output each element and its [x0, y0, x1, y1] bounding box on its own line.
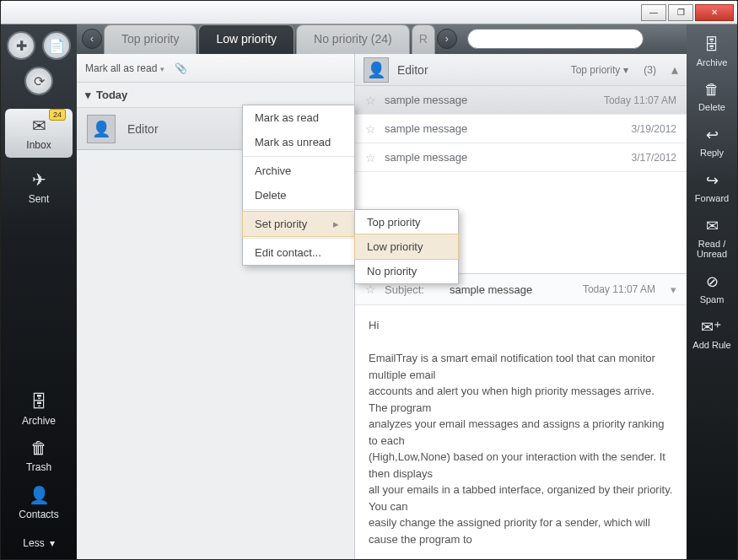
action-read-unread[interactable]: ✉Read / Unread	[687, 217, 737, 259]
nav-contacts[interactable]: 👤 Contacts	[5, 485, 73, 520]
menu-mark-read[interactable]: Mark as read	[243, 105, 354, 130]
nav-sent-label: Sent	[29, 193, 50, 205]
message-date: 3/19/2012	[632, 123, 676, 135]
star-icon[interactable]: ☆	[365, 94, 376, 107]
thread-panel: 👤 Editor Top priority▾ (3) ▴ ☆sample mes…	[355, 54, 687, 559]
minimize-button[interactable]: —	[641, 4, 666, 21]
message-date: Today 11:07 AM	[604, 94, 676, 106]
reply-icon: ↩	[700, 126, 724, 144]
star-icon[interactable]: ☆	[365, 151, 376, 164]
preview-body: HiEmailTray is a smart email notificatio…	[355, 305, 687, 559]
compose-icon: ✚	[16, 38, 27, 54]
nav-inbox[interactable]: ✉ 24 Inbox	[5, 109, 73, 158]
chevron-down-icon: ▾	[85, 89, 91, 101]
nav-contacts-label: Contacts	[19, 509, 58, 520]
menu-edit-contact[interactable]: Edit contact...	[243, 240, 354, 265]
message-subject: sample message	[385, 94, 595, 106]
nav-trash-label: Trash	[26, 461, 51, 473]
tab-truncated[interactable]: R	[412, 24, 435, 54]
menu-delete[interactable]: Delete	[243, 183, 354, 207]
archive-icon: 🗄	[5, 392, 73, 412]
archive-icon: 🗄	[697, 36, 728, 54]
tab-top-priority[interactable]: Top priority	[104, 24, 197, 54]
main-panel: ‹ Top priority Low priority No priority …	[77, 24, 687, 559]
message-row[interactable]: ☆sample message3/19/2012	[355, 115, 687, 143]
rule-icon: ✉⁺	[692, 318, 730, 337]
priority-tabbar: ‹ Top priority Low priority No priority …	[77, 24, 687, 54]
action-forward[interactable]: ↪Forward	[695, 171, 729, 203]
section-today-label: Today	[96, 89, 127, 101]
thread-count: (3)	[644, 64, 656, 76]
thread-priority-dropdown[interactable]: Top priority▾	[571, 64, 629, 76]
message-subject: sample message	[385, 151, 623, 164]
chevron-down-icon: ▾	[50, 537, 55, 549]
avatar: 👤	[87, 115, 116, 143]
trash-icon: 🗑	[5, 439, 73, 458]
avatar: 👤	[364, 57, 389, 83]
message-date: 3/17/2012	[632, 152, 676, 164]
message-row[interactable]: ☆sample message3/17/2012	[355, 143, 687, 172]
action-delete[interactable]: 🗑Delete	[698, 81, 725, 112]
action-add-rule[interactable]: ✉⁺Add Rule	[692, 318, 730, 350]
collapse-icon[interactable]: ▴	[671, 62, 678, 78]
menu-archive[interactable]: Archive	[243, 159, 354, 183]
nav-inbox-label: Inbox	[26, 139, 51, 151]
compose-button[interactable]: ✚	[7, 31, 35, 60]
inbox-badge: 24	[49, 109, 66, 121]
person-icon: 👤	[5, 485, 73, 505]
submenu-no-priority[interactable]: No priority	[355, 259, 458, 283]
tabs-prev[interactable]: ‹	[82, 29, 102, 49]
contact-name: Editor	[127, 122, 159, 136]
app-window: — ❐ ✕ ✚ 📄 ⟳ ✉ 24 Inbox ✈ Sent 🗄	[0, 0, 738, 560]
nav-less[interactable]: Less ▾	[23, 537, 54, 549]
context-menu: Mark as read Mark as unread Archive Dele…	[242, 105, 355, 266]
envelope-icon: ✉	[687, 217, 737, 235]
star-icon[interactable]: ☆	[365, 122, 376, 136]
action-spam[interactable]: ⊘Spam	[700, 272, 725, 304]
action-archive[interactable]: 🗄Archive	[697, 36, 728, 67]
menu-mark-unread[interactable]: Mark as unread	[243, 130, 354, 154]
refresh-icon: ⟳	[34, 73, 45, 89]
tabs-next[interactable]: ›	[437, 29, 457, 49]
thread-header: 👤 Editor Top priority▾ (3) ▴	[355, 54, 687, 86]
nav-trash[interactable]: 🗑 Trash	[5, 439, 73, 473]
nav-archive[interactable]: 🗄 Archive	[5, 392, 73, 427]
page-icon: 📄	[48, 38, 65, 54]
tab-no-priority[interactable]: No priority (24)	[296, 24, 410, 54]
list-toolbar: Mark all as read▾ 📎	[77, 54, 354, 83]
maximize-button[interactable]: ❐	[668, 4, 693, 21]
chevron-down-icon[interactable]: ▾	[671, 283, 676, 296]
thread-contact-name: Editor	[397, 63, 563, 77]
submenu-low-priority[interactable]: Low priority	[355, 234, 458, 259]
nav-sent[interactable]: ✈ Sent	[5, 170, 73, 205]
search-input[interactable]	[467, 29, 644, 49]
trash-icon: 🗑	[698, 81, 725, 99]
nav-sidebar: ✚ 📄 ⟳ ✉ 24 Inbox ✈ Sent 🗄 Archive 🗑 Tras…	[1, 24, 77, 559]
message-row[interactable]: ☆sample messageToday 11:07 AM	[355, 86, 687, 115]
nav-archive-label: Archive	[22, 415, 56, 427]
submenu-top-priority[interactable]: Top priority	[355, 210, 458, 234]
tab-low-priority[interactable]: Low priority	[198, 24, 294, 54]
preview-subject: sample message	[450, 283, 574, 296]
subject-label: Subject:	[385, 283, 424, 296]
attachment-filter-icon[interactable]: 📎	[175, 62, 187, 74]
settings-button[interactable]: 📄	[42, 31, 71, 60]
preview-date: Today 11:07 AM	[583, 283, 655, 295]
refresh-button[interactable]: ⟳	[24, 67, 53, 95]
sent-icon: ✈	[5, 170, 73, 190]
mark-all-read-button[interactable]: Mark all as read▾	[85, 62, 164, 74]
star-icon[interactable]: ☆	[365, 283, 376, 296]
close-button[interactable]: ✕	[695, 4, 734, 21]
menu-set-priority[interactable]: Set priority Top priority Low priority N…	[243, 212, 354, 236]
priority-submenu: Top priority Low priority No priority	[354, 209, 459, 284]
action-sidebar: 🗄Archive 🗑Delete ↩Reply ↪Forward ✉Read /…	[687, 24, 737, 559]
nav-less-label: Less	[23, 537, 44, 549]
message-subject: sample message	[385, 122, 623, 135]
forward-icon: ↪	[695, 171, 729, 190]
action-reply[interactable]: ↩Reply	[700, 126, 724, 158]
spam-icon: ⊘	[700, 272, 725, 291]
chevron-down-icon: ▾	[623, 64, 628, 76]
titlebar: — ❐ ✕	[1, 1, 737, 24]
